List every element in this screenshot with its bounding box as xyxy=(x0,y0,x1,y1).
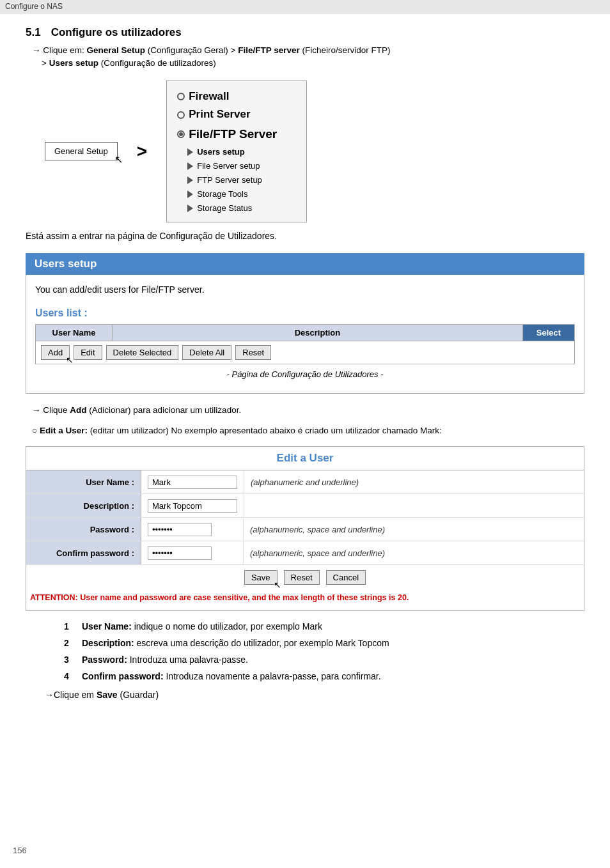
storage-tools-sub: Storage Tools xyxy=(197,187,247,201)
final-arrow: →Clique em Save (Guardar) xyxy=(45,690,584,700)
section-number: 5.1 xyxy=(26,26,41,39)
description-row: Description : xyxy=(26,494,584,518)
main-content: 5.1 Configure os utilizadores → Clique e… xyxy=(0,13,610,719)
th-select: Select xyxy=(523,325,574,341)
edit-button[interactable]: Edit xyxy=(74,345,102,360)
edit-user-label: Edit a User: xyxy=(40,426,88,435)
submenu-users-setup: Users setup xyxy=(177,145,296,159)
delete-all-button[interactable]: Delete All xyxy=(182,345,231,360)
item-3-text: Password: Introduza uma palavra-passe. xyxy=(82,653,248,667)
confirm-password-value xyxy=(141,542,244,564)
arrow-big: > xyxy=(137,141,147,162)
description-value xyxy=(141,495,244,517)
password-row: Password : (alphanumeric, space and unde… xyxy=(26,518,584,541)
password-label: Password : xyxy=(26,518,141,541)
section-header: 5.1 Configure os utilizadores xyxy=(26,26,584,39)
ftp-server-sub: FTP Server setup xyxy=(197,173,262,187)
cancel-button[interactable]: Cancel xyxy=(326,570,366,585)
arrow-symbol-2: → xyxy=(32,405,41,415)
cursor-icon-1: ↖ xyxy=(114,153,123,166)
edit-user-title: Edit a User xyxy=(26,447,584,470)
triangle-file xyxy=(187,162,193,170)
item-3-num: 3 xyxy=(64,653,77,667)
edit-user-buttons: Save ↖ Reset Cancel xyxy=(26,565,584,590)
submenu-ftp-server: FTP Server setup xyxy=(177,173,296,187)
description-input[interactable] xyxy=(148,499,237,513)
radio-print-server xyxy=(177,111,185,119)
password-input[interactable] xyxy=(148,523,212,536)
item-4-num: 4 xyxy=(64,670,77,683)
item-2-bold: Description: xyxy=(82,638,134,648)
password-value xyxy=(141,518,244,541)
item-4-text: Confirm password: Introduza novamente a … xyxy=(82,670,381,683)
add-bold: Add xyxy=(70,405,86,415)
table-action-row: Add ↖ Edit Delete Selected Delete All Re… xyxy=(36,341,574,364)
th-description: Description xyxy=(113,325,523,341)
list-item-4: 4 Confirm password: Introduza novamente … xyxy=(64,670,584,683)
print-server-label: Print Server xyxy=(189,105,250,124)
radio-firewall xyxy=(177,93,185,100)
firewall-label: Firewall xyxy=(189,88,229,106)
cursor-icon-add: ↖ xyxy=(66,355,74,365)
storage-status-sub: Storage Status xyxy=(197,201,252,215)
form-reset-button[interactable]: Reset xyxy=(284,570,320,585)
cursor-icon-save: ↖ xyxy=(274,580,281,590)
circle-symbol: ○ xyxy=(32,426,37,435)
username-value xyxy=(141,471,244,493)
menu-firewall: Firewall xyxy=(177,88,296,106)
edit-user-form: User Name : (alphanumeric and underline)… xyxy=(26,470,584,590)
section-title: Configure os utilizadores xyxy=(51,26,182,39)
file-ftp-label: File/FTP Server xyxy=(189,124,277,144)
menu-box: Firewall Print Server File/FTP Server Us… xyxy=(166,81,307,223)
submenu-storage-tools: Storage Tools xyxy=(177,187,296,201)
para1: Está assim a entrar na página de Configu… xyxy=(26,229,584,243)
attention-text: ATTENTION: User name and password are ca… xyxy=(30,593,580,604)
menu-file-ftp: File/FTP Server xyxy=(177,124,296,144)
item-1-num: 1 xyxy=(64,620,77,633)
triangle-users xyxy=(187,148,193,156)
item-2-num: 2 xyxy=(64,637,77,650)
page-number: 156 xyxy=(13,846,27,855)
arrow-instruction-2: → Clique Add (Adicionar) para adicionar … xyxy=(32,404,584,417)
confirm-password-row: Confirm password : (alphanumeric, space … xyxy=(26,541,584,565)
save-button[interactable]: Save xyxy=(244,570,278,585)
list-item-2: 2 Description: escreva uma descrição do … xyxy=(64,637,584,650)
confirm-password-input[interactable] xyxy=(148,546,212,560)
submenu-file-server: File Server setup xyxy=(177,159,296,173)
numbered-list: 1 User Name: indique o nome do utilizado… xyxy=(64,620,584,683)
radio-file-ftp xyxy=(177,130,185,138)
menu-print-server: Print Server xyxy=(177,105,296,124)
submenu-storage-status: Storage Status xyxy=(177,201,296,215)
th-username: User Name xyxy=(36,325,113,341)
caption: - Página de Configuração de Utilizadores… xyxy=(35,369,575,379)
users-setup-sub: Users setup xyxy=(197,145,244,159)
reset-button[interactable]: Reset xyxy=(235,345,271,360)
delete-selected-button[interactable]: Delete Selected xyxy=(106,345,179,360)
item-1-text: User Name: indique o nome do utilizador,… xyxy=(82,620,322,633)
circle-instruction: ○ Edit a User: (editar um utilizador) No… xyxy=(32,424,584,437)
item-2-text: Description: escreva uma descrição do ut… xyxy=(82,637,389,650)
triangle-ftp xyxy=(187,176,193,184)
diagram: General Setup ↖ > Firewall Print Server … xyxy=(45,81,584,223)
users-setup-link: Users setup xyxy=(49,58,98,68)
item-3-bold: Password: xyxy=(82,655,127,665)
arrow-symbol-1: → xyxy=(32,45,41,55)
top-bar-label: Configure o NAS xyxy=(5,2,63,11)
description-label: Description : xyxy=(26,494,141,517)
username-hint: (alphanumeric and underline) xyxy=(244,473,365,492)
triangle-storage-status xyxy=(187,205,193,212)
confirm-password-label: Confirm password : xyxy=(26,541,141,564)
list-item-3: 3 Password: Introduza uma palavra-passe. xyxy=(64,653,584,667)
users-list-title: Users list : xyxy=(35,307,575,319)
table-header: User Name Description Select xyxy=(36,325,574,341)
arrow-instruction-1: → Clique em: General Setup (Configuração… xyxy=(32,44,584,70)
users-setup-title: Users setup xyxy=(26,253,584,275)
save-bold: Save xyxy=(97,690,118,700)
username-label: User Name : xyxy=(26,470,141,493)
users-setup-section: Users setup You can add/edit users for F… xyxy=(26,253,584,393)
list-item-1: 1 User Name: indique o nome do utilizado… xyxy=(64,620,584,633)
username-input[interactable] xyxy=(148,476,237,489)
triangle-storage-tools xyxy=(187,190,193,198)
users-setup-desc: You can add/edit users for File/FTP serv… xyxy=(35,283,575,297)
password-hint: (alphanumeric, space and underline) xyxy=(244,520,391,539)
